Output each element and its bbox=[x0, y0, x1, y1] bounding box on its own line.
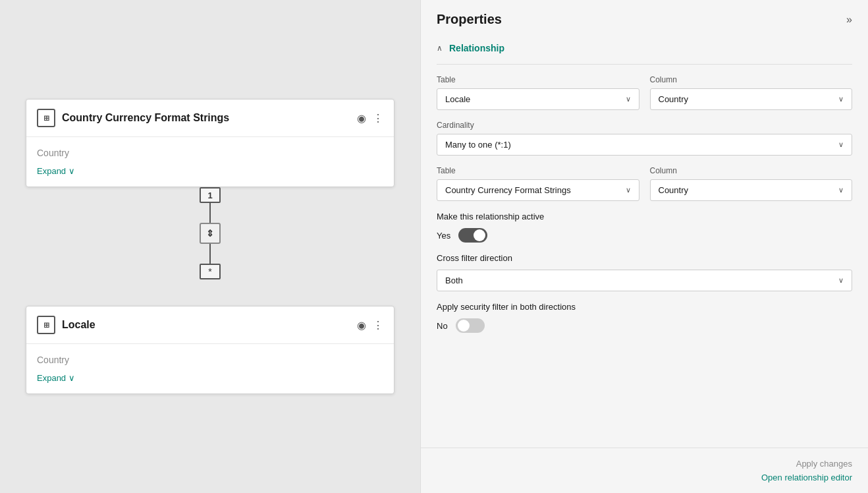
active-toggle-row: Yes bbox=[437, 228, 852, 243]
cardinality-label: Cardinality bbox=[437, 121, 852, 130]
connector-area: 1 ⇕ * bbox=[200, 187, 221, 306]
second-table-chevron-icon: ∨ bbox=[626, 186, 631, 194]
second-table-value: Country Currency Format Strings bbox=[445, 185, 626, 195]
line-top bbox=[209, 203, 211, 223]
first-column-label: Column bbox=[650, 75, 853, 84]
bottom-table-icon: ⊞ bbox=[37, 316, 55, 334]
cardinality-chevron-icon: ∨ bbox=[838, 140, 844, 149]
first-table-label: Table bbox=[437, 75, 639, 84]
collapse-button[interactable]: » bbox=[846, 14, 852, 26]
arrows-symbol: ⇕ bbox=[200, 223, 221, 244]
cross-filter-value: Both bbox=[445, 276, 838, 285]
cross-filter-select[interactable]: Both ∨ bbox=[437, 270, 852, 291]
canvas-area: ⊞ Country Currency Format Strings ◉ ⋮ Co… bbox=[0, 0, 420, 493]
second-column-group: Column Country ∨ bbox=[650, 166, 853, 201]
panel-header: Properties » bbox=[421, 0, 868, 36]
top-card-header: ⊞ Country Currency Format Strings ◉ ⋮ bbox=[26, 100, 394, 137]
bottom-expand-btn[interactable]: Expand ∨ bbox=[37, 369, 383, 390]
bottom-card-body: Country Expand ∨ bbox=[26, 344, 394, 393]
diagram-container: ⊞ Country Currency Format Strings ◉ ⋮ Co… bbox=[26, 99, 394, 394]
top-table-name: Country Currency Format Strings bbox=[62, 112, 350, 124]
second-column-select[interactable]: Country ∨ bbox=[650, 179, 853, 201]
panel-body: ∧ Relationship Table Locale ∨ Column Cou… bbox=[421, 36, 868, 448]
top-field-row: Country bbox=[37, 144, 383, 162]
top-card-body: Country Expand ∨ bbox=[26, 137, 394, 187]
top-card-actions: ◉ ⋮ bbox=[357, 112, 383, 125]
cardinality-group: Cardinality Many to one (*:1) ∨ bbox=[437, 121, 852, 156]
top-table-icon: ⊞ bbox=[37, 109, 55, 127]
top-expand-btn[interactable]: Expand ∨ bbox=[37, 162, 383, 183]
apply-changes-button[interactable]: Apply changes bbox=[796, 459, 852, 469]
first-table-chevron-icon: ∨ bbox=[626, 95, 631, 103]
section-title: Relationship bbox=[449, 43, 504, 53]
security-toggle-label: No bbox=[437, 321, 448, 331]
first-table-value: Locale bbox=[445, 94, 626, 104]
bottom-field-row: Country bbox=[37, 351, 383, 369]
first-column-chevron-icon: ∨ bbox=[838, 95, 844, 103]
first-table-select[interactable]: Locale ∨ bbox=[437, 88, 639, 110]
active-toggle[interactable] bbox=[458, 228, 487, 243]
panel-footer: Apply changes Open relationship editor bbox=[421, 448, 868, 493]
active-relationship-label: Make this relationship active bbox=[437, 212, 852, 221]
star-marker: * bbox=[200, 264, 221, 279]
first-column-value: Country bbox=[659, 94, 839, 104]
top-more-icon[interactable]: ⋮ bbox=[373, 112, 383, 125]
first-table-column-row: Table Locale ∨ Column Country ∨ bbox=[437, 75, 852, 110]
active-toggle-thumb bbox=[474, 229, 485, 241]
security-toggle-thumb bbox=[458, 320, 470, 332]
bottom-table-card: ⊞ Locale ◉ ⋮ Country Expand ∨ bbox=[26, 306, 394, 394]
cross-filter-label: Cross filter direction bbox=[437, 253, 852, 263]
second-table-label: Table bbox=[437, 166, 639, 175]
active-toggle-label: Yes bbox=[437, 231, 450, 241]
bottom-eye-icon[interactable]: ◉ bbox=[357, 319, 366, 332]
second-column-label: Column bbox=[650, 166, 853, 175]
bottom-table-name: Locale bbox=[62, 319, 350, 331]
one-marker: 1 bbox=[200, 187, 221, 203]
top-table-card: ⊞ Country Currency Format Strings ◉ ⋮ Co… bbox=[26, 99, 394, 187]
second-column-value: Country bbox=[659, 185, 839, 195]
first-column-select[interactable]: Country ∨ bbox=[650, 88, 853, 110]
second-table-column-row: Table Country Currency Format Strings ∨ … bbox=[437, 166, 852, 201]
cardinality-select[interactable]: Many to one (*:1) ∨ bbox=[437, 134, 852, 156]
top-eye-icon[interactable]: ◉ bbox=[357, 112, 366, 125]
section-chevron-icon[interactable]: ∧ bbox=[437, 44, 443, 53]
security-filter-label: Apply security filter in both directions bbox=[437, 302, 852, 312]
bottom-card-header: ⊞ Locale ◉ ⋮ bbox=[26, 306, 394, 344]
security-toggle-row: No bbox=[437, 318, 852, 333]
second-table-select[interactable]: Country Currency Format Strings ∨ bbox=[437, 179, 639, 201]
first-table-group: Table Locale ∨ bbox=[437, 75, 639, 110]
properties-panel: Properties » ∧ Relationship Table Locale… bbox=[420, 0, 868, 493]
cardinality-value: Many to one (*:1) bbox=[445, 140, 838, 150]
cross-filter-chevron-icon: ∨ bbox=[838, 276, 844, 285]
first-column-group: Column Country ∨ bbox=[650, 75, 853, 110]
bottom-more-icon[interactable]: ⋮ bbox=[373, 319, 383, 332]
security-toggle[interactable] bbox=[456, 318, 485, 333]
panel-title: Properties bbox=[437, 12, 502, 27]
open-relationship-editor-button[interactable]: Open relationship editor bbox=[761, 473, 852, 482]
line-bottom bbox=[209, 244, 211, 264]
relationship-section-header: ∧ Relationship bbox=[437, 36, 852, 65]
bottom-card-actions: ◉ ⋮ bbox=[357, 319, 383, 332]
second-table-group: Table Country Currency Format Strings ∨ bbox=[437, 166, 639, 201]
second-column-chevron-icon: ∨ bbox=[838, 186, 844, 194]
